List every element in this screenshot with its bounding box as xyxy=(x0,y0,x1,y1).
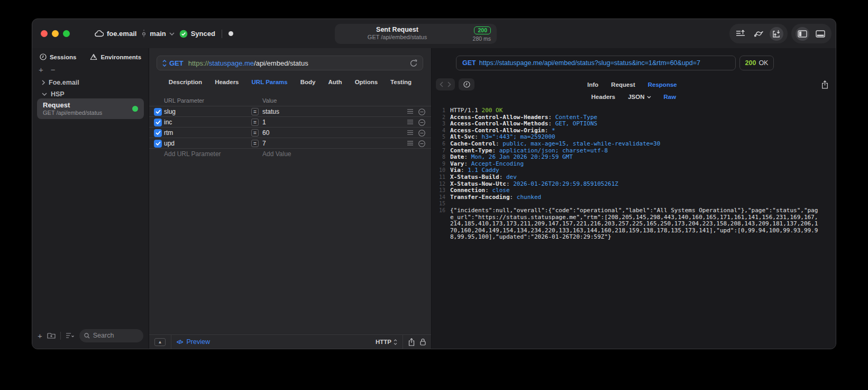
toggle-sidebar-button[interactable] xyxy=(796,27,809,41)
zoom-window-button[interactable] xyxy=(63,30,70,37)
column-header-value: Value xyxy=(262,97,277,104)
minimize-window-button[interactable] xyxy=(52,30,59,37)
tab-body[interactable]: Body xyxy=(300,79,316,85)
param-name-input[interactable]: upd xyxy=(164,140,175,147)
param-options-button[interactable] xyxy=(407,109,413,114)
param-options-button[interactable] xyxy=(407,130,413,135)
sidebar: Sessions Environments + − xyxy=(32,48,149,349)
sync-branches-button[interactable] xyxy=(752,27,765,41)
close-window-button[interactable] xyxy=(41,30,48,37)
sent-request-pill[interactable]: Sent Request GET /api/embed/status 200 2… xyxy=(335,24,497,44)
subtab-raw[interactable]: Raw xyxy=(664,94,677,100)
subtab-json[interactable]: JSON xyxy=(628,94,651,100)
sync-label: Synced xyxy=(191,30,215,38)
response-viewer-pane: GET https://statuspage.me/api/embed/stat… xyxy=(432,48,836,349)
response-url-box[interactable]: GET https://statuspage.me/api/embed/stat… xyxy=(456,56,736,70)
titlebar: foe.email main xyxy=(32,19,836,48)
tab-description[interactable]: Description xyxy=(169,79,202,85)
request-success-dot xyxy=(132,106,138,112)
param-options-button[interactable] xyxy=(407,141,413,146)
export-list-button[interactable] xyxy=(734,27,747,41)
editor-footer-bar: ▲ </> Preview HTTP xyxy=(149,334,431,349)
preview-button[interactable]: </> Preview xyxy=(177,338,210,346)
tab-testing[interactable]: Testing xyxy=(390,79,412,85)
tab-info[interactable]: Info xyxy=(587,81,598,88)
param-name-input[interactable]: inc xyxy=(164,119,172,126)
tree-item-foe-email[interactable]: Foe.email xyxy=(42,79,79,86)
clock-icon xyxy=(40,53,47,60)
equals-icon: = xyxy=(251,129,259,137)
share-icon xyxy=(821,80,828,89)
resend-request-button[interactable] xyxy=(410,59,417,67)
project-name: foe.email xyxy=(107,30,136,38)
refresh-icon xyxy=(410,59,417,67)
footer-divider xyxy=(403,335,403,349)
tab-headers[interactable]: Headers xyxy=(215,79,239,85)
param-name-input[interactable]: rtm xyxy=(164,129,173,137)
add-param-value-input[interactable]: Add Value xyxy=(262,150,291,158)
param-options-button[interactable] xyxy=(407,120,413,124)
param-row-upd: upd = 7 xyxy=(149,138,431,148)
request-list-item-selected[interactable]: Request GET /api/embed/status xyxy=(37,98,144,119)
code-icon: </> xyxy=(177,339,182,345)
param-value-input[interactable]: 60 xyxy=(262,129,269,137)
chevron-down-icon xyxy=(647,96,651,98)
footer-divider xyxy=(60,332,61,340)
param-value-input[interactable]: status xyxy=(262,108,279,115)
request-editor-tabs: Description Headers URL Params Body Auth… xyxy=(149,79,431,85)
titlebar-divider xyxy=(222,30,222,38)
add-request-button[interactable]: + xyxy=(38,332,42,340)
request-url-bar[interactable]: GET https://statuspage.me/api/embed/stat… xyxy=(157,56,423,70)
expand-console-button[interactable]: ▲ xyxy=(154,338,166,346)
merge-arrows-icon xyxy=(754,30,764,38)
lock-button[interactable] xyxy=(420,338,426,346)
new-folder-button[interactable] xyxy=(47,332,56,339)
remove-param-button[interactable] xyxy=(418,140,425,147)
import-request-button[interactable] xyxy=(770,27,783,41)
tree-item-hsp[interactable]: HSP xyxy=(42,90,65,98)
tab-environments-label: Environments xyxy=(100,54,141,60)
tab-auth[interactable]: Auth xyxy=(328,79,342,85)
search-placeholder: Search xyxy=(93,332,114,339)
remove-param-button[interactable] xyxy=(418,130,425,137)
project-menu[interactable]: foe.email xyxy=(95,30,136,38)
tab-url-params[interactable]: URL Params xyxy=(252,79,288,85)
toggle-bottom-panel-button[interactable] xyxy=(814,27,827,41)
param-value-input[interactable]: 1 xyxy=(262,119,266,126)
param-enabled-checkbox[interactable] xyxy=(154,119,162,126)
param-name-input[interactable]: slug xyxy=(164,108,176,115)
response-nav-bar: Info Request Response xyxy=(436,78,828,90)
remove-session-button[interactable]: − xyxy=(51,66,56,74)
share-response-button[interactable] xyxy=(821,80,828,89)
remove-param-button[interactable] xyxy=(418,119,425,126)
tree-item-label: Foe.email xyxy=(49,79,79,86)
param-enabled-checkbox[interactable] xyxy=(154,108,162,116)
add-session-button[interactable]: + xyxy=(39,66,43,74)
param-enabled-checkbox[interactable] xyxy=(154,129,162,137)
sync-status[interactable]: Synced xyxy=(179,30,215,38)
tab-sessions-label: Sessions xyxy=(50,54,77,60)
url-params-table: URL Parameter Value slug = status xyxy=(149,96,431,159)
method-selector-icon[interactable] xyxy=(162,60,167,67)
tab-sessions[interactable]: Sessions xyxy=(40,53,77,60)
response-code[interactable]: 1HTTP/1.1 200 OK2Access-Control-Allow-He… xyxy=(436,107,833,347)
list-export-icon xyxy=(736,30,745,38)
param-value-input[interactable]: 7 xyxy=(262,140,266,147)
tab-options[interactable]: Options xyxy=(355,79,378,85)
lock-icon xyxy=(420,338,426,346)
tab-request[interactable]: Request xyxy=(611,81,635,88)
request-method: GET xyxy=(169,59,184,67)
search-input[interactable]: Search xyxy=(79,329,143,342)
param-enabled-checkbox[interactable] xyxy=(154,140,162,148)
sent-request-subtitle: GET /api/embed/status xyxy=(335,34,460,41)
subtab-headers[interactable]: Headers xyxy=(591,94,615,100)
protocol-selector[interactable]: HTTP xyxy=(376,339,397,345)
add-param-name-input[interactable]: Add URL Parameter xyxy=(164,150,221,158)
tab-response[interactable]: Response xyxy=(648,81,677,88)
remove-param-button[interactable] xyxy=(418,108,425,115)
params-table-header: URL Parameter Value xyxy=(149,96,431,106)
branch-selector[interactable]: main xyxy=(141,30,174,38)
sort-filter-button[interactable] xyxy=(66,332,75,339)
share-request-button[interactable] xyxy=(408,338,415,346)
tab-environments[interactable]: Environments xyxy=(90,53,141,60)
